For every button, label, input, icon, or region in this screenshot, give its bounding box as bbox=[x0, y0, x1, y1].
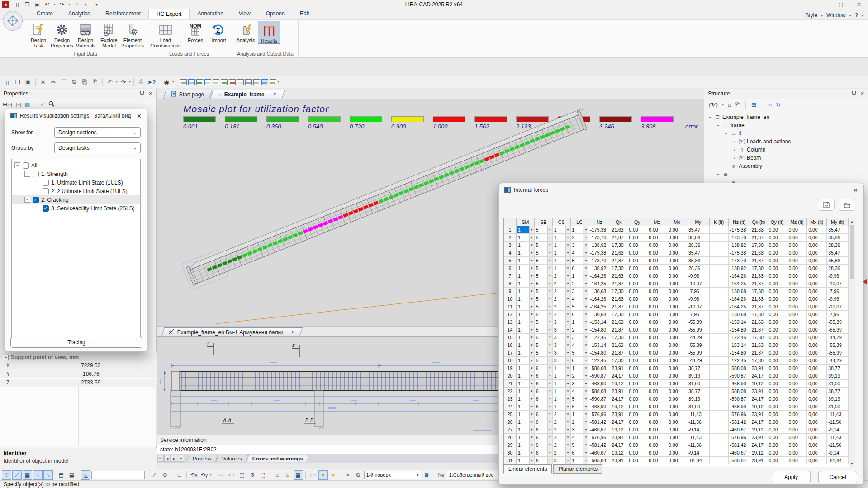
chevron-down-icon[interactable]: ▼ bbox=[529, 257, 534, 264]
combo-value[interactable]: 6 bbox=[535, 418, 547, 426]
dialog-title-bar[interactable]: Results visualization settings - Загальн… bbox=[5, 109, 147, 123]
combo-value[interactable]: 1 bbox=[517, 388, 529, 395]
tab-process[interactable]: Process bbox=[186, 455, 218, 462]
chevron-down-icon[interactable]: ▼ bbox=[547, 334, 552, 341]
row-number[interactable]: 11 bbox=[504, 303, 517, 311]
combo-value[interactable]: 3 bbox=[571, 334, 583, 341]
chevron-down-icon[interactable]: ▼ bbox=[529, 265, 534, 272]
chevron-down-icon[interactable]: ▼ bbox=[529, 226, 534, 233]
chevron-down-icon[interactable]: ▼ bbox=[565, 411, 570, 418]
combo-value[interactable]: 2 bbox=[553, 303, 565, 310]
chevron-down-icon[interactable]: ▼ bbox=[529, 411, 534, 418]
menu-style[interactable]: Style bbox=[803, 11, 819, 19]
chevron-down-icon[interactable]: ▼ bbox=[583, 303, 588, 310]
chevron-open-icon[interactable]: › bbox=[716, 123, 721, 128]
chevron-down-icon[interactable]: ▼ bbox=[565, 280, 570, 287]
coordinate-input[interactable] bbox=[91, 471, 145, 479]
home-icon[interactable]: ⌂ bbox=[728, 101, 731, 108]
minimize-button[interactable]: — bbox=[814, 0, 832, 9]
panel-collapse-arrow-icon[interactable] bbox=[863, 279, 867, 285]
box-select-icon[interactable]: ▱ bbox=[217, 470, 226, 480]
combo-value[interactable]: 1 bbox=[517, 349, 529, 356]
lock-icon[interactable]: ⬒ bbox=[57, 470, 66, 480]
chevron-down-icon[interactable]: ▼ bbox=[529, 334, 534, 341]
view-cube-edit-icon[interactable] bbox=[245, 79, 252, 85]
combo-value[interactable]: 2 bbox=[553, 441, 565, 449]
combo-value[interactable]: 1 bbox=[517, 341, 529, 349]
view-cube-selected-icon[interactable] bbox=[261, 79, 268, 85]
chevron-down-icon[interactable]: ▼ bbox=[583, 295, 588, 303]
chevron-down-icon[interactable]: ▼ bbox=[583, 349, 588, 356]
combo-value[interactable]: 1 bbox=[517, 395, 529, 403]
combo-value[interactable]: 5 bbox=[535, 295, 547, 303]
combo-value[interactable]: 1 bbox=[517, 242, 529, 249]
chevron-down-icon[interactable]: ▼ bbox=[529, 249, 534, 256]
export-model-icon[interactable]: ⎗ bbox=[735, 101, 740, 109]
row-number[interactable]: 4 bbox=[504, 249, 517, 257]
view-cube-plain-icon[interactable] bbox=[213, 79, 219, 85]
combo-value[interactable]: 3 bbox=[571, 380, 583, 387]
new-file-icon[interactable]: ▯ bbox=[14, 1, 21, 8]
combo-value[interactable]: 1 bbox=[517, 411, 529, 418]
combo-value[interactable]: 1 bbox=[553, 265, 565, 272]
first-tab-icon[interactable]: ⏮ bbox=[157, 455, 164, 462]
row-number[interactable]: 31 bbox=[504, 457, 517, 464]
combo-value[interactable]: 4 bbox=[571, 388, 583, 395]
chevron-down-icon[interactable]: ▼ bbox=[529, 418, 534, 426]
maximize-button[interactable]: ▢ bbox=[832, 0, 850, 9]
apply-button[interactable]: Apply bbox=[772, 471, 811, 483]
scroll-up-icon[interactable]: ▲ bbox=[849, 218, 855, 224]
row-number[interactable]: 5 bbox=[504, 257, 517, 265]
app-logo-icon[interactable]: ◈ bbox=[2, 1, 9, 8]
combo-value[interactable]: 1 bbox=[517, 303, 529, 310]
chevron-down-icon[interactable]: ▼ bbox=[583, 418, 588, 426]
chevron-down-icon[interactable]: ▼ bbox=[583, 272, 588, 280]
chevron-down-icon[interactable]: ▼ bbox=[565, 311, 570, 318]
design-task-tree-item[interactable]: −✓2. Cracking bbox=[12, 195, 140, 204]
chevron-down-icon[interactable]: ▼ bbox=[583, 242, 588, 249]
workplane-icon[interactable]: ◺ bbox=[81, 470, 90, 480]
scrollbar-thumb[interactable] bbox=[850, 225, 854, 279]
chevron-down-icon[interactable]: ▼ bbox=[583, 326, 588, 333]
combo-value[interactable]: 3 bbox=[553, 357, 565, 364]
combo-value[interactable]: 5 bbox=[535, 288, 547, 295]
chevron-down-icon[interactable]: ▼ bbox=[583, 434, 588, 441]
row-number[interactable]: 3 bbox=[504, 242, 517, 249]
results-button[interactable]: Results bbox=[258, 21, 280, 44]
menu-tab-annotation[interactable]: Annotation bbox=[190, 9, 231, 19]
chevron-closed-icon[interactable]: › bbox=[731, 156, 737, 161]
show-for-select[interactable]: Design sections⌄ bbox=[54, 127, 141, 138]
chevron-down-icon[interactable]: ▼ bbox=[565, 242, 570, 249]
chevron-down-icon[interactable]: ▼ bbox=[583, 341, 588, 349]
combo-value[interactable]: 6 bbox=[535, 380, 547, 387]
chevron-down-icon[interactable]: ▼ bbox=[547, 226, 552, 233]
ortho-icon[interactable]: ∟ bbox=[175, 470, 184, 480]
storeys-icon[interactable]: ≣ bbox=[422, 470, 432, 480]
chevron-down-icon[interactable]: ▼ bbox=[529, 403, 534, 410]
combo-value[interactable]: 1 bbox=[517, 449, 529, 456]
chevron-down-icon[interactable]: ▼ bbox=[547, 457, 552, 464]
menu-tab-options[interactable]: Options bbox=[258, 9, 292, 19]
chevron-down-icon[interactable]: ▼ bbox=[547, 380, 552, 387]
combo-value[interactable]: 5 bbox=[535, 249, 547, 256]
menu-tab-edit[interactable]: Edit bbox=[292, 9, 317, 19]
ruler-icon[interactable]: ⇤ bbox=[83, 1, 90, 8]
paste-special-icon[interactable]: ⎗ bbox=[90, 77, 100, 86]
combo-value[interactable]: 3 bbox=[553, 326, 565, 333]
scroll-down-icon[interactable]: ▼ bbox=[849, 460, 855, 467]
combo-value[interactable]: 1 bbox=[553, 257, 565, 264]
last-tab-icon[interactable]: ⏭ bbox=[178, 455, 184, 462]
tab-planar-elements[interactable]: Planar elements bbox=[553, 464, 602, 474]
save-icon[interactable]: ▣ bbox=[34, 1, 41, 8]
bulb-off-icon[interactable]: 💡︎○ bbox=[308, 470, 318, 480]
combo-value[interactable]: 2 bbox=[553, 449, 565, 456]
undo-icon[interactable]: ↶ bbox=[105, 77, 114, 86]
table-vscrollbar[interactable]: ▲ ▼ bbox=[849, 218, 855, 467]
context-help-icon[interactable]: ➤? bbox=[147, 77, 156, 86]
chevron-down-icon[interactable]: ▼ bbox=[565, 380, 570, 387]
chevron-down-icon[interactable]: ▼ bbox=[583, 449, 588, 456]
combo-value[interactable]: 3 bbox=[571, 288, 583, 295]
row-number[interactable]: 2 bbox=[504, 234, 517, 242]
chevron-down-icon[interactable]: ▼ bbox=[547, 257, 552, 264]
row-number[interactable]: 29 bbox=[504, 441, 517, 449]
